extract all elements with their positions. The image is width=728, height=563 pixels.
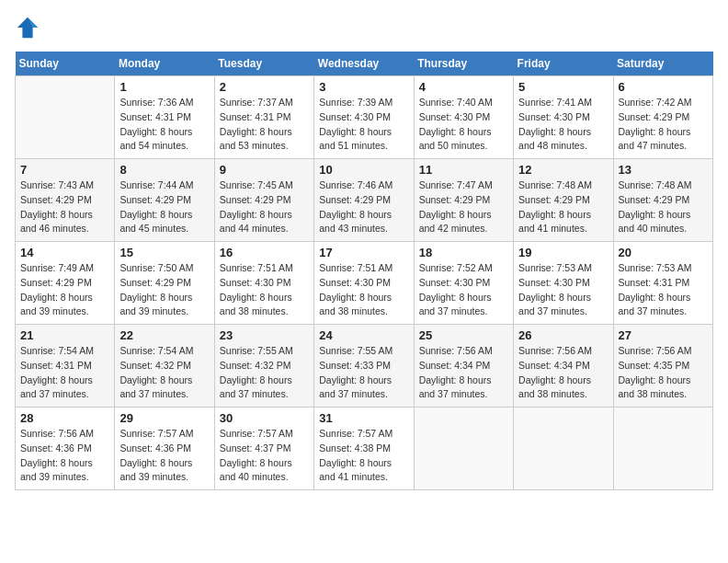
sunset-text: Sunset: 4:32 PM <box>119 359 209 373</box>
sunset-text: Sunset: 4:30 PM <box>419 110 508 125</box>
sunset-text: Sunset: 4:29 PM <box>419 193 508 208</box>
daylight-text-cont: and 37 minutes. <box>518 304 608 319</box>
daylight-text: Daylight: 8 hours <box>220 208 309 223</box>
day-info: Sunrise: 7:49 AMSunset: 4:29 PMDaylight:… <box>20 261 109 319</box>
daylight-text: Daylight: 8 hours <box>619 373 708 388</box>
daylight-text: Daylight: 8 hours <box>319 291 408 305</box>
daylight-text-cont: and 54 minutes. <box>119 139 209 154</box>
day-info: Sunrise: 7:54 AMSunset: 4:31 PMDaylight:… <box>20 344 109 402</box>
calendar-week-row: 21Sunrise: 7:54 AMSunset: 4:31 PMDayligh… <box>16 325 713 408</box>
daylight-text: Daylight: 8 hours <box>319 125 408 140</box>
calendar-cell: 6Sunrise: 7:42 AMSunset: 4:29 PMDaylight… <box>613 76 712 159</box>
daylight-text-cont: and 40 minutes. <box>220 470 309 485</box>
daylight-text-cont: and 37 minutes. <box>419 304 508 319</box>
calendar-cell: 31Sunrise: 7:57 AMSunset: 4:38 PMDayligh… <box>314 408 414 490</box>
day-number: 20 <box>619 246 708 259</box>
sunrise-text: Sunrise: 7:54 AM <box>20 344 109 359</box>
calendar-table: SundayMondayTuesdayWednesdayThursdayFrid… <box>15 52 713 490</box>
daylight-text-cont: and 37 minutes. <box>20 387 109 402</box>
daylight-text: Daylight: 8 hours <box>20 373 109 388</box>
day-info: Sunrise: 7:39 AMSunset: 4:30 PMDaylight:… <box>319 96 408 154</box>
sunset-text: Sunset: 4:29 PM <box>119 193 209 208</box>
sunrise-text: Sunrise: 7:51 AM <box>319 261 408 276</box>
daylight-text-cont: and 48 minutes. <box>518 139 608 154</box>
daylight-text: Daylight: 8 hours <box>419 125 508 140</box>
calendar-cell: 8Sunrise: 7:44 AMSunset: 4:29 PMDaylight… <box>115 159 214 242</box>
day-number: 17 <box>319 246 408 259</box>
calendar-cell <box>414 408 513 490</box>
daylight-text-cont: and 38 minutes. <box>619 387 708 402</box>
sunrise-text: Sunrise: 7:48 AM <box>518 178 608 193</box>
daylight-text-cont: and 51 minutes. <box>319 139 408 154</box>
calendar-cell: 12Sunrise: 7:48 AMSunset: 4:29 PMDayligh… <box>514 159 613 242</box>
calendar-cell: 13Sunrise: 7:48 AMSunset: 4:29 PMDayligh… <box>613 159 712 242</box>
daylight-text-cont: and 37 minutes. <box>119 387 209 402</box>
daylight-text: Daylight: 8 hours <box>220 125 309 140</box>
sunrise-text: Sunrise: 7:55 AM <box>220 344 309 359</box>
daylight-text-cont: and 43 minutes. <box>319 222 408 236</box>
calendar-cell: 20Sunrise: 7:53 AMSunset: 4:31 PMDayligh… <box>613 242 712 325</box>
sunrise-text: Sunrise: 7:50 AM <box>119 261 209 276</box>
day-info: Sunrise: 7:37 AMSunset: 4:31 PMDaylight:… <box>220 96 309 154</box>
sunrise-text: Sunrise: 7:39 AM <box>319 96 408 110</box>
day-number: 7 <box>20 163 109 177</box>
day-number: 23 <box>220 328 309 342</box>
daylight-text-cont: and 40 minutes. <box>619 222 708 236</box>
calendar-cell: 28Sunrise: 7:56 AMSunset: 4:36 PMDayligh… <box>16 408 115 490</box>
sunset-text: Sunset: 4:35 PM <box>619 359 708 373</box>
daylight-text: Daylight: 8 hours <box>119 373 209 388</box>
daylight-text: Daylight: 8 hours <box>518 291 608 305</box>
calendar-cell: 24Sunrise: 7:55 AMSunset: 4:33 PMDayligh… <box>314 325 414 408</box>
calendar-cell: 30Sunrise: 7:57 AMSunset: 4:37 PMDayligh… <box>214 408 313 490</box>
day-info: Sunrise: 7:55 AMSunset: 4:33 PMDaylight:… <box>319 344 408 402</box>
day-number: 11 <box>419 163 508 177</box>
calendar-cell: 19Sunrise: 7:53 AMSunset: 4:30 PMDayligh… <box>514 242 613 325</box>
calendar-cell: 2Sunrise: 7:37 AMSunset: 4:31 PMDaylight… <box>214 76 313 159</box>
calendar-cell: 27Sunrise: 7:56 AMSunset: 4:35 PMDayligh… <box>613 325 712 408</box>
daylight-text-cont: and 39 minutes. <box>119 304 209 319</box>
calendar-cell: 17Sunrise: 7:51 AMSunset: 4:30 PMDayligh… <box>314 242 414 325</box>
day-info: Sunrise: 7:56 AMSunset: 4:34 PMDaylight:… <box>518 344 608 402</box>
daylight-text: Daylight: 8 hours <box>619 208 708 223</box>
daylight-text-cont: and 42 minutes. <box>419 222 508 236</box>
day-number: 15 <box>119 246 209 259</box>
sunrise-text: Sunrise: 7:47 AM <box>419 178 508 193</box>
calendar-cell: 22Sunrise: 7:54 AMSunset: 4:32 PMDayligh… <box>115 325 214 408</box>
daylight-text: Daylight: 8 hours <box>619 291 708 305</box>
daylight-text-cont: and 39 minutes. <box>20 304 109 319</box>
sunset-text: Sunset: 4:30 PM <box>518 276 608 291</box>
daylight-text-cont: and 39 minutes. <box>119 470 209 485</box>
sunset-text: Sunset: 4:29 PM <box>20 276 109 291</box>
sunrise-text: Sunrise: 7:44 AM <box>119 178 209 193</box>
sunrise-text: Sunrise: 7:57 AM <box>220 427 309 442</box>
sunrise-text: Sunrise: 7:37 AM <box>220 96 309 110</box>
calendar-week-row: 7Sunrise: 7:43 AMSunset: 4:29 PMDaylight… <box>16 159 713 242</box>
sunset-text: Sunset: 4:32 PM <box>220 359 309 373</box>
calendar-cell <box>613 408 712 490</box>
daylight-text: Daylight: 8 hours <box>419 208 508 223</box>
day-info: Sunrise: 7:56 AMSunset: 4:35 PMDaylight:… <box>619 344 708 402</box>
calendar-cell: 7Sunrise: 7:43 AMSunset: 4:29 PMDaylight… <box>16 159 115 242</box>
sunset-text: Sunset: 4:29 PM <box>319 193 408 208</box>
day-number: 1 <box>119 80 209 94</box>
day-info: Sunrise: 7:52 AMSunset: 4:30 PMDaylight:… <box>419 261 508 319</box>
calendar-cell: 4Sunrise: 7:40 AMSunset: 4:30 PMDaylight… <box>414 76 513 159</box>
day-number: 26 <box>518 328 608 342</box>
day-info: Sunrise: 7:57 AMSunset: 4:37 PMDaylight:… <box>220 427 309 485</box>
page-header <box>15 15 713 40</box>
daylight-text: Daylight: 8 hours <box>220 291 309 305</box>
day-info: Sunrise: 7:36 AMSunset: 4:31 PMDaylight:… <box>119 96 209 154</box>
calendar-cell: 29Sunrise: 7:57 AMSunset: 4:36 PMDayligh… <box>115 408 214 490</box>
daylight-text-cont: and 53 minutes. <box>220 139 309 154</box>
daylight-text: Daylight: 8 hours <box>319 208 408 223</box>
column-header-saturday: Saturday <box>613 52 712 76</box>
daylight-text-cont: and 37 minutes. <box>419 387 508 402</box>
daylight-text: Daylight: 8 hours <box>20 208 109 223</box>
calendar-cell: 23Sunrise: 7:55 AMSunset: 4:32 PMDayligh… <box>214 325 313 408</box>
calendar-cell: 5Sunrise: 7:41 AMSunset: 4:30 PMDaylight… <box>514 76 613 159</box>
daylight-text: Daylight: 8 hours <box>119 456 209 471</box>
sunset-text: Sunset: 4:30 PM <box>220 276 309 291</box>
day-info: Sunrise: 7:47 AMSunset: 4:29 PMDaylight:… <box>419 178 508 236</box>
calendar-cell: 16Sunrise: 7:51 AMSunset: 4:30 PMDayligh… <box>214 242 313 325</box>
day-info: Sunrise: 7:51 AMSunset: 4:30 PMDaylight:… <box>319 261 408 319</box>
